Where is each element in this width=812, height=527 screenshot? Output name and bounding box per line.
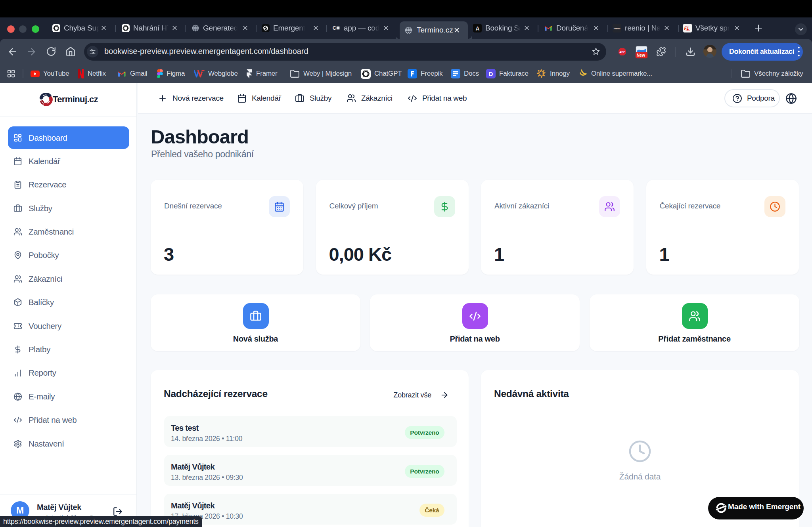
svg-text:D: D bbox=[489, 71, 493, 77]
svg-text:reenio: reenio bbox=[614, 27, 620, 30]
svg-text:ABP: ABP bbox=[619, 51, 625, 54]
svg-text:A: A bbox=[475, 26, 479, 32]
svg-text:New: New bbox=[637, 53, 645, 57]
svg-text:C: C bbox=[333, 25, 336, 31]
svg-text:online: online bbox=[686, 30, 690, 32]
